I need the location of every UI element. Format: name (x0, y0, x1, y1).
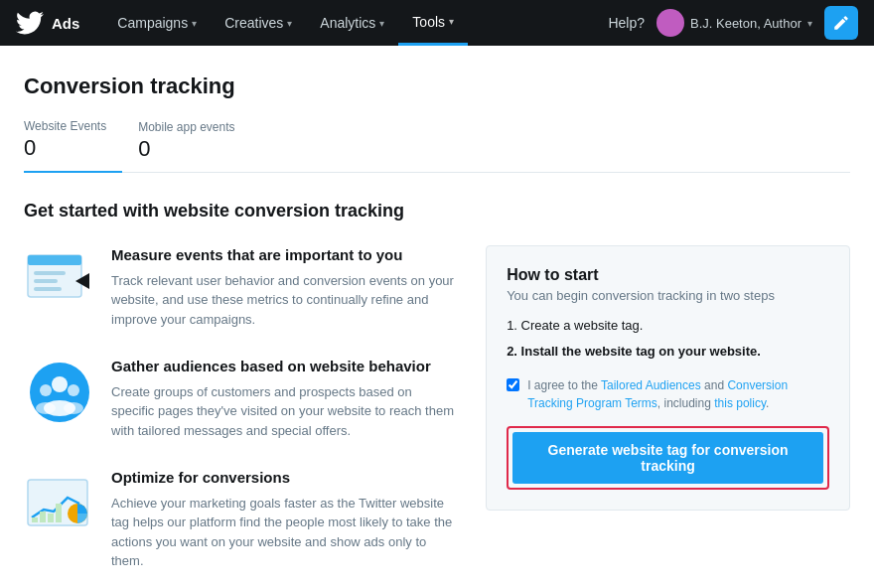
this-policy-link[interactable]: this policy (714, 396, 766, 410)
tabs-row: Website Events 0 Mobile app events 0 (24, 119, 850, 173)
svg-point-9 (68, 384, 79, 396)
how-steps: 1. Create a website tag. 2. Install the … (507, 317, 829, 361)
gather-icon (24, 357, 95, 428)
svg-rect-2 (34, 271, 66, 275)
feature-gather-text: Gather audiences based on website behavi… (111, 357, 454, 440)
svg-rect-3 (34, 279, 58, 283)
user-menu[interactable]: B.J. Keeton, Author ▾ (656, 9, 812, 37)
chevron-down-icon: ▾ (449, 16, 454, 27)
svg-point-7 (52, 376, 68, 392)
svg-point-8 (40, 384, 52, 396)
feature-optimize-text: Optimize for conversions Achieve your ma… (111, 468, 454, 571)
svg-marker-16 (48, 514, 54, 522)
feature-measure-text: Measure events that are important to you… (111, 245, 454, 329)
tab-mobile-app-events[interactable]: Mobile app events 0 (138, 120, 250, 172)
avatar (656, 9, 684, 37)
new-campaign-button[interactable] (824, 6, 858, 40)
nav-item-campaigns[interactable]: Campaigns ▾ (103, 0, 211, 46)
optimize-icon (24, 468, 95, 539)
chevron-down-icon: ▾ (807, 18, 812, 29)
measure-icon (24, 245, 95, 317)
chevron-down-icon: ▾ (379, 18, 384, 29)
agree-row: I agree to the Tailored Audiences and Co… (507, 376, 829, 412)
how-step-2: 2. Install the website tag on your websi… (507, 343, 829, 361)
ads-label: Ads (52, 15, 79, 32)
nav-right: Help? B.J. Keeton, Author ▾ (608, 6, 858, 40)
generate-btn-wrapper: Generate website tag for conversion trac… (507, 426, 829, 490)
nav-items: Campaigns ▾ Creatives ▾ Analytics ▾ Tool… (103, 0, 608, 46)
navbar: Ads Campaigns ▾ Creatives ▾ Analytics ▾ … (0, 0, 874, 46)
how-step-1: 1. Create a website tag. (507, 317, 829, 335)
svg-rect-4 (34, 287, 62, 291)
agree-checkbox[interactable] (507, 378, 519, 391)
svg-marker-14 (32, 517, 38, 522)
brand: Ads (16, 9, 95, 37)
svg-marker-15 (40, 512, 46, 522)
svg-marker-17 (56, 504, 62, 522)
features-column: Measure events that are important to you… (24, 245, 454, 571)
svg-rect-1 (28, 255, 81, 265)
feature-gather: Gather audiences based on website behavi… (24, 357, 454, 440)
help-link[interactable]: Help? (608, 15, 645, 31)
compose-icon (832, 14, 850, 32)
two-col-layout: Measure events that are important to you… (24, 245, 850, 571)
nav-item-analytics[interactable]: Analytics ▾ (306, 0, 398, 46)
twitter-bird-icon (16, 9, 44, 37)
how-to-start-panel: How to start You can begin conversion tr… (486, 245, 850, 511)
section-title: Get started with website conversion trac… (24, 201, 850, 221)
how-subtitle: You can begin conversion tracking in two… (507, 288, 829, 303)
tab-website-events[interactable]: Website Events 0 (24, 119, 122, 173)
agree-text: I agree to the Tailored Audiences and Co… (527, 376, 829, 412)
svg-point-11 (36, 402, 56, 414)
nav-item-creatives[interactable]: Creatives ▾ (211, 0, 306, 46)
feature-optimize: Optimize for conversions Achieve your ma… (24, 468, 454, 571)
nav-item-tools[interactable]: Tools ▾ (398, 0, 468, 46)
main-content: Conversion tracking Website Events 0 Mob… (0, 46, 874, 588)
how-title: How to start (507, 266, 829, 284)
chevron-down-icon: ▾ (192, 18, 197, 29)
chevron-down-icon: ▾ (287, 18, 292, 29)
feature-measure: Measure events that are important to you… (24, 245, 454, 329)
generate-tag-button[interactable]: Generate website tag for conversion trac… (512, 432, 823, 484)
tailored-audiences-link[interactable]: Tailored Audiences (601, 378, 701, 392)
page-title: Conversion tracking (24, 74, 850, 99)
svg-point-12 (64, 402, 83, 414)
